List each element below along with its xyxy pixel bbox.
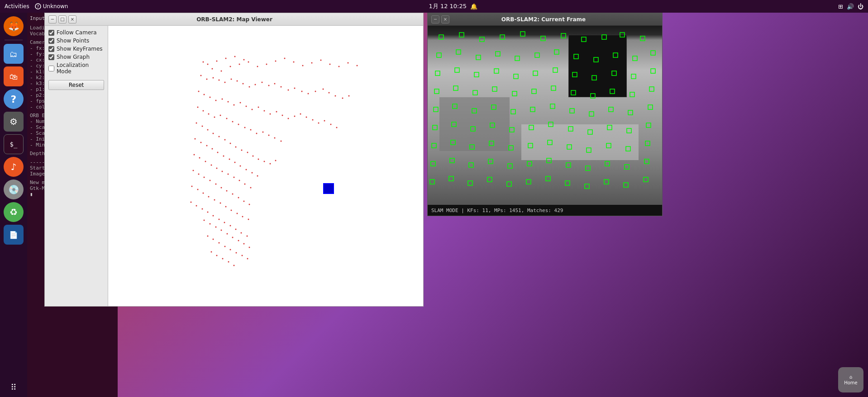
dock-software[interactable]: 🛍 [4,66,24,86]
svg-point-38 [281,86,282,88]
dock-terminal[interactable]: $_ [4,134,24,154]
reset-button[interactable]: Reset [48,80,104,90]
svg-point-170 [219,242,220,244]
svg-point-15 [275,61,277,62]
svg-rect-272 [586,166,590,170]
svg-rect-204 [435,71,440,76]
localization-mode-option[interactable]: Localization Mode [48,62,104,75]
svg-point-178 [222,258,224,260]
frame-status: SLAM MODE | KFs: 11, MPs: 1451, Matches:… [428,205,662,216]
svg-point-94 [230,143,231,144]
localization-mode-checkbox[interactable] [48,66,54,71]
unknown-label: Unknown [43,3,68,9]
svg-point-66 [300,113,301,115]
svg-rect-232 [511,109,515,114]
frame-titlebar[interactable]: − × ORB-SLAM2: Current Frame [428,13,662,26]
show-points-label: Show Points [57,38,89,44]
svg-rect-284 [585,184,589,189]
svg-point-150 [202,208,203,210]
svg-point-148 [191,202,192,203]
map-viewer-maximize[interactable]: □ [58,15,67,24]
show-graph-option[interactable]: Show Graph [48,54,104,60]
svg-point-175 [247,258,248,260]
camera-marker [323,183,334,194]
map-viewer-close[interactable]: × [68,15,76,24]
network-icon: ⊞ [838,3,843,10]
dock-settings[interactable]: ⚙ [4,112,24,132]
volume-icon: 🔊 [847,3,854,10]
show-points-checkbox[interactable] [48,38,54,44]
svg-point-102 [275,160,277,161]
home-button[interactable]: ⌂ Home [838,367,863,392]
svg-point-171 [224,246,226,247]
svg-point-47 [342,98,343,99]
svg-point-76 [214,117,215,118]
svg-rect-278 [468,181,472,185]
frame-close[interactable]: × [441,15,449,24]
svg-rect-201 [613,53,618,57]
svg-point-24 [357,65,358,66]
dock-synaptic[interactable]: ♻ [4,202,24,222]
svg-point-92 [219,136,220,137]
follow-camera-checkbox[interactable] [48,30,54,36]
svg-point-31 [237,80,238,82]
svg-rect-249 [607,125,612,130]
svg-rect-196 [515,56,520,61]
svg-point-113 [252,172,253,174]
svg-point-20 [320,60,322,61]
svg-point-96 [241,150,243,151]
svg-rect-220 [512,91,517,96]
svg-point-33 [249,86,250,88]
svg-rect-270 [547,158,551,163]
svg-point-59 [258,107,259,108]
svg-point-40 [294,88,296,89]
svg-point-166 [243,243,245,245]
map-viewer-minimize[interactable]: − [48,15,57,24]
svg-rect-199 [574,54,578,59]
svg-point-133 [232,194,234,195]
dock-brasero[interactable]: 💿 [4,180,24,199]
activities-label[interactable]: Activities [5,3,29,9]
svg-point-28 [219,80,220,81]
map-viewer-title: ORB-SLAM2: Map Viewer [76,16,392,23]
show-points-option[interactable]: Show Points [48,38,104,44]
svg-rect-231 [491,105,496,109]
svg-rect-216 [434,89,439,94]
dock-files[interactable]: 🗂 [4,44,24,64]
svg-rect-185 [520,32,525,36]
svg-point-147 [248,219,249,220]
svg-rect-261 [606,143,611,148]
svg-point-152 [213,215,214,217]
svg-rect-255 [489,141,494,146]
svg-point-44 [323,89,324,90]
svg-point-108 [223,156,224,157]
dock-firefox[interactable]: 🦊 [4,16,24,36]
svg-point-8 [212,68,213,70]
svg-point-23 [348,62,349,64]
dock-apps-grid[interactable]: ⠿ [4,377,24,397]
svg-point-73 [197,107,199,108]
map-canvas[interactable] [108,26,423,306]
svg-point-117 [205,161,206,162]
svg-rect-207 [494,69,499,73]
svg-point-57 [246,106,247,107]
show-keyframes-option[interactable]: Show KeyFrames [48,46,104,52]
svg-point-67 [306,117,307,118]
svg-rect-241 [452,122,456,127]
dock-libreoffice[interactable]: 📄 [4,225,24,245]
localization-mode-label: Localization Mode [57,62,104,75]
show-graph-checkbox[interactable] [48,54,54,60]
svg-rect-206 [474,72,479,77]
svg-point-10 [230,66,231,67]
frame-minimize[interactable]: − [431,15,439,24]
follow-camera-option[interactable]: Follow Camera [48,29,104,36]
svg-rect-188 [582,37,586,42]
map-viewer-titlebar[interactable]: − □ × ORB-SLAM2: Map Viewer [45,13,423,26]
dock-rhythmbox[interactable]: ♪ [4,157,24,177]
svg-point-14 [266,64,267,65]
frame-title: ORB-SLAM2: Current Frame [449,16,638,23]
svg-point-68 [312,119,314,121]
dock-help[interactable]: ? [4,89,24,109]
show-keyframes-checkbox[interactable] [48,46,54,52]
svg-rect-230 [472,109,477,113]
